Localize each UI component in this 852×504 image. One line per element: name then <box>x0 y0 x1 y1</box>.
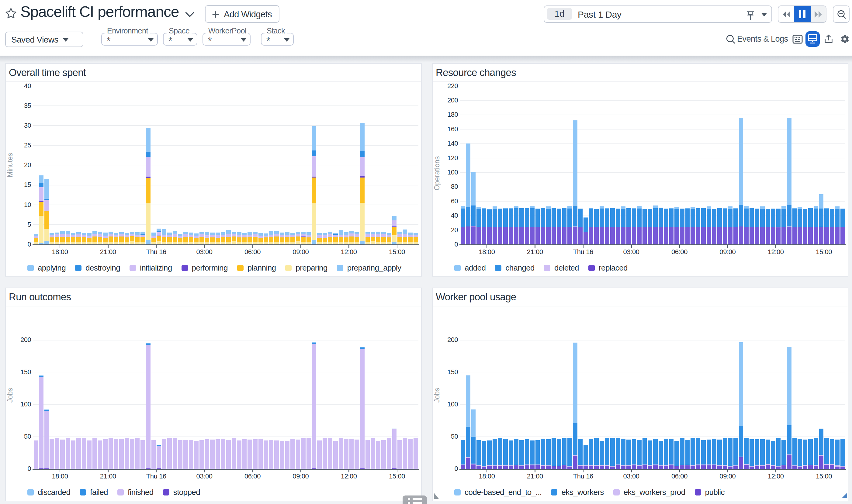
svg-text:18:00: 18:00 <box>52 472 68 480</box>
svg-text:06:00: 06:00 <box>245 248 261 256</box>
svg-text:09:00: 09:00 <box>292 472 309 480</box>
svg-text:35: 35 <box>24 102 31 109</box>
svg-text:12:00: 12:00 <box>768 248 784 256</box>
svg-text:5: 5 <box>28 221 31 228</box>
svg-text:03:00: 03:00 <box>623 248 639 256</box>
svg-text:0: 0 <box>28 465 31 472</box>
svg-text:15:00: 15:00 <box>816 472 832 480</box>
svg-text:10: 10 <box>24 201 31 209</box>
svg-text:100: 100 <box>447 401 458 408</box>
svg-text:Jobs: Jobs <box>433 388 441 403</box>
svg-text:06:00: 06:00 <box>245 472 261 480</box>
svg-text:180: 180 <box>447 111 458 118</box>
svg-text:30: 30 <box>24 122 31 129</box>
svg-text:120: 120 <box>447 155 458 162</box>
svg-text:21:00: 21:00 <box>527 248 543 256</box>
svg-text:Operations: Operations <box>433 156 441 191</box>
svg-text:80: 80 <box>451 183 458 190</box>
svg-text:0: 0 <box>454 241 458 248</box>
svg-text:50: 50 <box>24 433 31 440</box>
svg-text:12:00: 12:00 <box>341 472 357 480</box>
svg-text:0: 0 <box>28 241 31 248</box>
svg-text:03:00: 03:00 <box>196 248 213 256</box>
svg-text:21:00: 21:00 <box>527 472 543 480</box>
svg-text:15:00: 15:00 <box>389 472 405 480</box>
svg-text:150: 150 <box>20 368 31 376</box>
svg-text:15:00: 15:00 <box>816 248 832 256</box>
svg-text:09:00: 09:00 <box>720 248 735 256</box>
svg-text:03:00: 03:00 <box>196 472 213 480</box>
svg-text:Thu 16: Thu 16 <box>146 472 166 480</box>
svg-text:15: 15 <box>24 181 31 188</box>
svg-text:200: 200 <box>447 336 458 343</box>
svg-text:150: 150 <box>447 368 458 376</box>
svg-text:20: 20 <box>24 161 31 169</box>
svg-text:21:00: 21:00 <box>100 472 116 480</box>
svg-text:12:00: 12:00 <box>341 248 357 256</box>
svg-text:Thu 16: Thu 16 <box>146 248 166 256</box>
svg-text:60: 60 <box>451 198 458 205</box>
svg-text:Thu 16: Thu 16 <box>573 472 593 480</box>
svg-text:15:00: 15:00 <box>389 248 405 256</box>
svg-text:09:00: 09:00 <box>292 248 309 256</box>
svg-text:Thu 16: Thu 16 <box>573 248 593 256</box>
svg-text:160: 160 <box>447 126 458 133</box>
svg-text:200: 200 <box>447 97 458 104</box>
svg-text:09:00: 09:00 <box>720 472 735 480</box>
svg-text:21:00: 21:00 <box>100 248 116 256</box>
svg-text:100: 100 <box>447 169 458 176</box>
svg-text:40: 40 <box>24 83 31 90</box>
svg-text:140: 140 <box>447 140 458 147</box>
svg-text:0: 0 <box>454 465 458 472</box>
svg-text:18:00: 18:00 <box>479 248 495 256</box>
svg-text:100: 100 <box>20 401 31 408</box>
svg-text:06:00: 06:00 <box>671 472 688 480</box>
svg-text:18:00: 18:00 <box>52 248 68 256</box>
svg-text:03:00: 03:00 <box>623 472 639 480</box>
svg-text:220: 220 <box>447 83 458 90</box>
svg-text:20: 20 <box>451 227 458 234</box>
svg-text:40: 40 <box>451 212 458 219</box>
svg-text:Minutes: Minutes <box>6 153 14 178</box>
svg-text:Jobs: Jobs <box>6 388 14 403</box>
svg-text:12:00: 12:00 <box>768 472 784 480</box>
svg-text:25: 25 <box>24 142 31 149</box>
svg-text:18:00: 18:00 <box>479 472 495 480</box>
svg-text:06:00: 06:00 <box>671 248 688 256</box>
svg-text:200: 200 <box>20 336 31 343</box>
svg-text:50: 50 <box>451 433 458 440</box>
